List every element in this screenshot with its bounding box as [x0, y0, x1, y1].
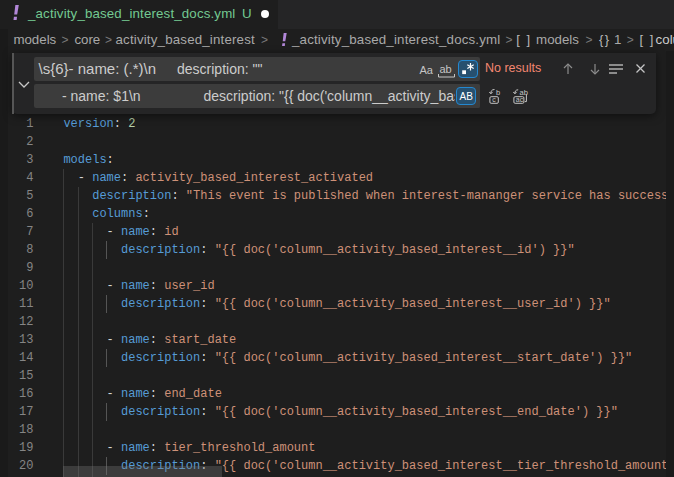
svg-text:b: b	[496, 88, 500, 97]
svg-text:c: c	[492, 96, 496, 103]
svg-text:ac: ac	[516, 96, 524, 103]
